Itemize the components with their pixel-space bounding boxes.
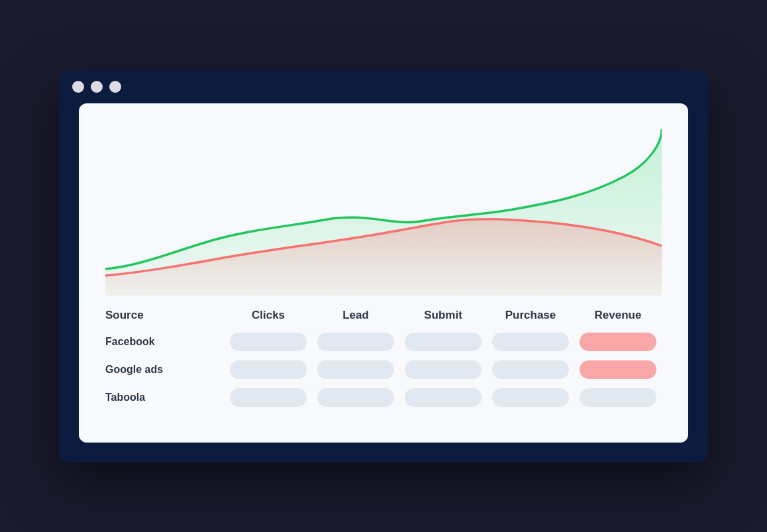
table-row-facebook: Facebook <box>105 333 662 351</box>
header-revenue: Revenue <box>574 309 662 322</box>
pill-facebook-purchase <box>492 333 569 351</box>
pill-taboola-lead <box>317 388 394 407</box>
chart-area <box>105 123 662 295</box>
table-row-taboola: Taboola <box>105 388 662 407</box>
pill-taboola-clicks <box>230 388 307 407</box>
pill-google-clicks <box>230 360 307 379</box>
header-purchase: Purchase <box>487 309 574 322</box>
table-section: Source Clicks Lead Submit Purchase Reven… <box>105 309 662 407</box>
table-header: Source Clicks Lead Submit Purchase Reven… <box>105 309 662 322</box>
content-area: Source Clicks Lead Submit Purchase Reven… <box>79 103 688 443</box>
titlebar <box>59 70 708 103</box>
row-label-google: Google ads <box>105 364 225 376</box>
pill-taboola-submit <box>405 388 482 407</box>
pill-google-submit <box>405 360 482 379</box>
pill-facebook-clicks <box>230 333 307 351</box>
table-row-google: Google ads <box>105 360 662 379</box>
header-source: Source <box>105 309 225 322</box>
window-dot-3 <box>109 81 121 93</box>
pill-facebook-revenue <box>580 333 656 351</box>
pill-taboola-purchase <box>492 388 569 407</box>
pill-google-lead <box>317 360 394 379</box>
pill-facebook-lead <box>317 333 394 351</box>
row-label-taboola: Taboola <box>105 392 225 403</box>
row-label-facebook: Facebook <box>105 336 225 348</box>
pill-facebook-submit <box>405 333 482 351</box>
header-clicks: Clicks <box>225 309 312 322</box>
browser-window: Source Clicks Lead Submit Purchase Reven… <box>59 70 708 462</box>
pill-google-revenue <box>580 360 656 379</box>
header-submit: Submit <box>399 309 487 322</box>
window-dot-1 <box>72 81 84 93</box>
pill-google-purchase <box>492 360 569 379</box>
header-lead: Lead <box>312 309 399 322</box>
pill-taboola-revenue <box>580 388 656 407</box>
window-dot-2 <box>91 81 103 93</box>
